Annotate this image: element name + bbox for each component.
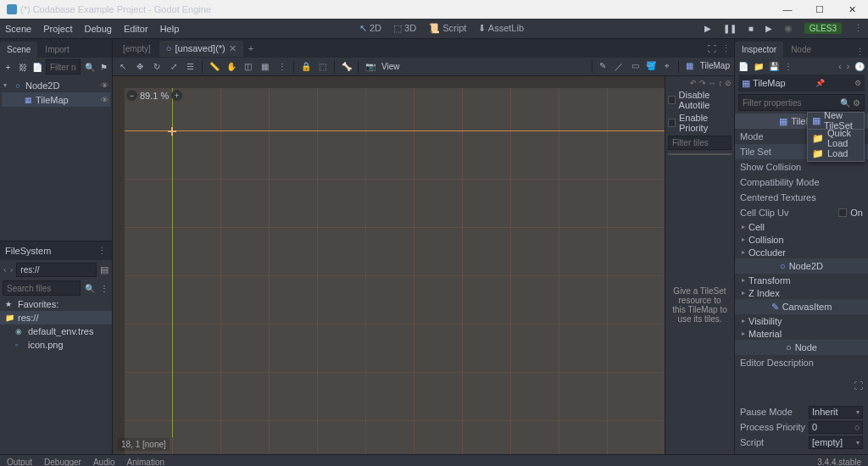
scale-tool-icon[interactable]: ⤢ — [168, 62, 179, 71]
move-tool-icon[interactable]: ✥ — [134, 62, 145, 71]
menu-new-tileset[interactable]: ▦New TileSet — [808, 113, 864, 128]
path-input[interactable]: res:// — [16, 263, 97, 277]
window-minimize-button[interactable]: — — [775, 4, 800, 15]
animation-tab[interactable]: Animation — [127, 458, 164, 466]
canvas-viewport[interactable]: − 89.1 % + 18, 1 [none] — [113, 76, 665, 454]
grid-snap-icon[interactable]: ▦ — [259, 62, 270, 71]
menu-debug[interactable]: Debug — [84, 24, 111, 34]
line-tool-icon[interactable]: ／ — [614, 61, 625, 73]
script-value[interactable]: [empty]▾ — [809, 436, 863, 449]
new-scene-tab-button[interactable]: + — [248, 43, 253, 53]
play-scene-button[interactable]: ▶ — [765, 24, 772, 33]
tree-node-node2d[interactable]: ▾○ Node2D 👁 — [2, 78, 110, 92]
section-canvasitem[interactable]: ✎CanvasItem — [735, 299, 868, 314]
pause-button[interactable]: ❚❚ — [723, 24, 737, 33]
section-node[interactable]: ○Node — [735, 340, 868, 355]
save-resource-icon[interactable]: 💾 — [769, 62, 779, 71]
kebab-icon[interactable]: ⋮ — [854, 23, 863, 34]
nav-back-icon[interactable]: ‹ — [3, 264, 7, 275]
import-tab[interactable]: Import — [38, 42, 75, 58]
inspector-tab[interactable]: Inspector — [735, 42, 783, 58]
rect-tool-icon[interactable]: ▭ — [630, 61, 641, 73]
split-mode-icon[interactable]: ▤ — [100, 264, 108, 275]
enable-priority-checkbox[interactable]: Enable Priority — [668, 113, 732, 133]
group-occluder[interactable]: ▸Occluder — [735, 246, 868, 258]
group-zindex[interactable]: ▸Z Index — [735, 286, 868, 299]
group-material[interactable]: ▸Material — [735, 327, 868, 340]
menu-scene[interactable]: Scene — [5, 24, 31, 34]
search-icon[interactable]: 🔍 — [840, 98, 850, 108]
process-priority-value[interactable]: 0◇ — [809, 421, 863, 434]
load-resource-icon[interactable]: 📁 — [754, 62, 764, 71]
menu-help[interactable]: Help — [160, 24, 180, 34]
favorites-folder[interactable]: ★Favorites: — [0, 297, 112, 311]
attach-script-icon[interactable]: 📄 — [31, 62, 42, 73]
skeleton-icon[interactable]: 🦴 — [341, 62, 352, 71]
nav-fwd-icon[interactable]: › — [10, 264, 14, 275]
window-maximize-button[interactable]: ☐ — [807, 4, 832, 15]
zoom-out-icon[interactable]: − — [126, 90, 137, 101]
workspace-3d[interactable]: ⬚ 3D — [393, 23, 416, 34]
kebab-icon[interactable]: ⋮ — [852, 47, 868, 58]
instance-icon[interactable]: ⛓ — [17, 62, 28, 73]
group-cell[interactable]: ▸Cell — [735, 220, 868, 233]
override-camera-icon[interactable]: 📷 — [364, 62, 376, 71]
scene-tab-empty[interactable]: [empty] — [116, 42, 158, 56]
settings-icon[interactable]: ⚙ — [853, 98, 860, 108]
group-collision[interactable]: ▸Collision — [735, 233, 868, 246]
search-icon[interactable]: 🔍 — [84, 62, 95, 73]
filter-properties-input[interactable] — [743, 98, 837, 108]
stop-button[interactable]: ■ — [748, 24, 754, 33]
view-menu[interactable]: View — [381, 62, 400, 71]
history-prev-icon[interactable]: ‹ — [838, 62, 841, 71]
group-icon[interactable]: ⬚ — [317, 62, 328, 71]
flip-v-icon[interactable]: ↕ — [719, 79, 723, 87]
menu-project[interactable]: Project — [43, 24, 72, 34]
scene-tab[interactable]: Scene — [0, 42, 37, 58]
pan-icon[interactable]: ✋ — [225, 62, 236, 71]
manage-icon[interactable]: ⚙ — [854, 79, 861, 87]
snap-options-icon[interactable]: ⋮ — [276, 62, 287, 71]
distraction-free-icon[interactable]: ⛶ — [708, 44, 716, 53]
flip-h-icon[interactable]: ↔ — [709, 79, 716, 87]
search-icon[interactable]: 🔍 — [84, 283, 95, 294]
tilemap-menu[interactable]: TileMap — [700, 61, 730, 73]
close-tab-icon[interactable]: ✕ — [229, 43, 236, 54]
kebab-icon[interactable]: ⋮ — [721, 43, 731, 54]
workspace-2d[interactable]: ↖ 2D — [359, 23, 381, 34]
prop-cellclip-checkbox[interactable]: On — [838, 208, 863, 218]
version-label[interactable]: 3.4.4.stable — [817, 458, 861, 466]
search-files-input[interactable] — [3, 280, 81, 296]
expand-icon[interactable]: ⛶ — [854, 380, 863, 391]
filter-nodes-input[interactable] — [46, 59, 81, 75]
workspace-script[interactable]: 📜 Script — [428, 23, 466, 34]
play-project-button[interactable]: ▶ — [704, 24, 711, 33]
tree-node-tilemap[interactable]: ▦ TileMap 👁 — [2, 92, 110, 107]
renderer-selector[interactable]: GLES3 — [804, 23, 842, 34]
menu-editor[interactable]: Editor — [124, 24, 148, 34]
history-icon[interactable]: 🕓 — [854, 62, 865, 71]
file-item[interactable]: ▫icon.png — [0, 338, 112, 352]
disable-autotile-checkbox[interactable]: Disable Autotile — [668, 90, 732, 110]
ruler-icon[interactable]: 📏 — [209, 62, 220, 71]
section-node2d[interactable]: ○Node2D — [735, 258, 868, 274]
picker-tool-icon[interactable]: ⌖ — [662, 61, 673, 73]
bucket-tool-icon[interactable]: 🪣 — [646, 61, 657, 73]
rotate-left-icon[interactable]: ↶ — [690, 79, 697, 87]
smart-snap-icon[interactable]: ◫ — [242, 62, 253, 71]
rotate-tool-icon[interactable]: ↻ — [151, 62, 162, 71]
history-next-icon[interactable]: › — [847, 62, 849, 71]
kebab-icon[interactable]: ⋮ — [97, 246, 107, 257]
lock-icon[interactable]: 🔒 — [300, 62, 311, 71]
clear-transform-icon[interactable]: ⊘ — [725, 79, 732, 87]
zoom-in-icon[interactable]: + — [171, 90, 182, 101]
debugger-tab[interactable]: Debugger — [44, 458, 81, 466]
output-tab[interactable]: Output — [7, 458, 32, 466]
visibility-toggle-icon[interactable]: 👁 — [101, 96, 108, 104]
group-transform[interactable]: ▸Transform — [735, 274, 868, 286]
inspected-node-path[interactable]: ▦ TileMap 📌 ⚙ — [738, 75, 865, 92]
pause-mode-value[interactable]: Inherit▾ — [809, 406, 863, 419]
window-close-button[interactable]: ✕ — [839, 4, 865, 15]
res-root-folder[interactable]: 📁res:// — [0, 311, 112, 325]
audio-tab[interactable]: Audio — [93, 458, 115, 466]
